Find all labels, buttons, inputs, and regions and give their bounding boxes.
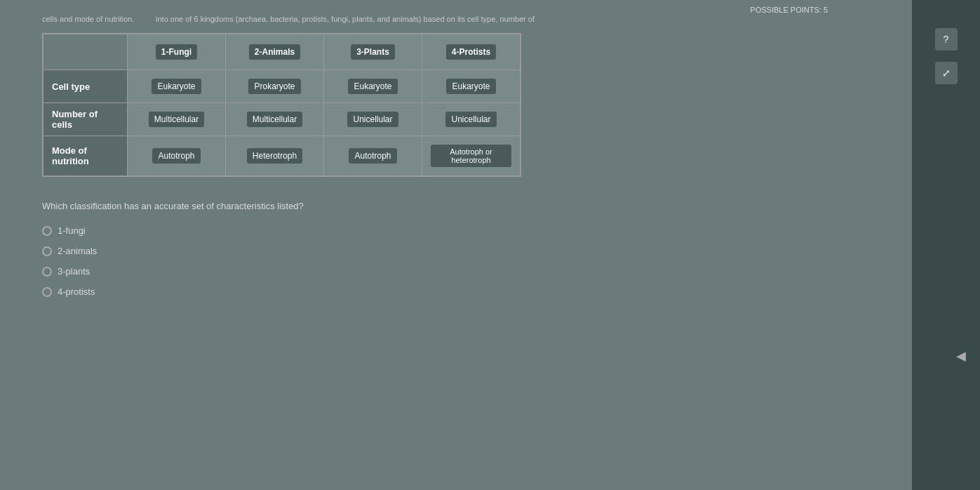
option-plants-label: 3-plants <box>58 266 90 277</box>
cell-plants-celltype: Eukaryote <box>324 70 422 103</box>
cell-protists-nutrition: Autotroph or heterotroph <box>422 136 521 176</box>
classification-table: 1-Fungi 2-Animals 3-Plants 4-Protists <box>42 33 521 177</box>
help-icon[interactable]: ? <box>935 28 958 51</box>
cell-fungi-numcells: Multicellular <box>128 103 226 136</box>
row-label-number-cells: Number of cells <box>43 103 128 136</box>
option-plants[interactable]: 3-plants <box>42 266 870 277</box>
cell-animals-nutrition: Heterotroph <box>226 136 324 176</box>
collapse-arrow-icon[interactable]: ◀ <box>956 348 966 364</box>
table-row-mode-nutrition: Mode of nutrition Autotroph Heterotroph … <box>43 136 521 176</box>
radio-fungi[interactable] <box>42 226 52 236</box>
cell-fungi-celltype: Eukaryote <box>128 70 226 103</box>
col-header-fungi: 1-Fungi <box>128 34 226 70</box>
option-fungi-label: 1-fungi <box>58 225 86 236</box>
radio-plants[interactable] <box>42 267 52 277</box>
row-label-cell-type: Cell type <box>43 70 128 103</box>
option-fungi[interactable]: 1-fungi <box>42 225 870 236</box>
radio-animals[interactable] <box>42 246 52 256</box>
question-text: Which classification has an accurate set… <box>42 201 870 211</box>
table-row-cell-type: Cell type Eukaryote Prokaryote Eukaryote… <box>43 70 521 103</box>
cell-plants-nutrition: Autotroph <box>324 136 422 176</box>
answer-options: 1-fungi 2-animals 3-plants 4-protists <box>42 225 870 297</box>
radio-protists[interactable] <box>42 287 52 297</box>
cell-plants-numcells: Unicellular <box>324 103 422 136</box>
option-protists[interactable]: 4-protists <box>42 286 870 297</box>
main-content: cells and mode of nutrition. into one of… <box>0 0 912 490</box>
col-header-animals: 2-Animals <box>226 34 324 70</box>
possible-points: POSSIBLE POINTS: 5 <box>750 6 828 14</box>
option-protists-label: 4-protists <box>58 286 95 297</box>
right-sidebar: ? ⤢ ◀ <box>912 0 980 490</box>
option-animals-label: 2-animals <box>58 246 97 256</box>
col-header-plants: 3-Plants <box>324 34 422 70</box>
row-label-mode-nutrition: Mode of nutrition <box>43 136 128 176</box>
table-row-number-cells: Number of cells Multicellular Multicellu… <box>43 103 521 136</box>
cell-protists-celltype: Eukaryote <box>422 70 521 103</box>
intro-text: cells and mode of nutrition. into one of… <box>42 14 870 25</box>
cell-fungi-nutrition: Autotroph <box>128 136 226 176</box>
cell-animals-numcells: Multicellular <box>226 103 324 136</box>
cell-protists-numcells: Unicellular <box>422 103 521 136</box>
option-animals[interactable]: 2-animals <box>42 246 870 256</box>
col-header-protists: 4-Protists <box>422 34 521 70</box>
expand-icon[interactable]: ⤢ <box>935 62 958 84</box>
cell-animals-celltype: Prokaryote <box>226 70 324 103</box>
